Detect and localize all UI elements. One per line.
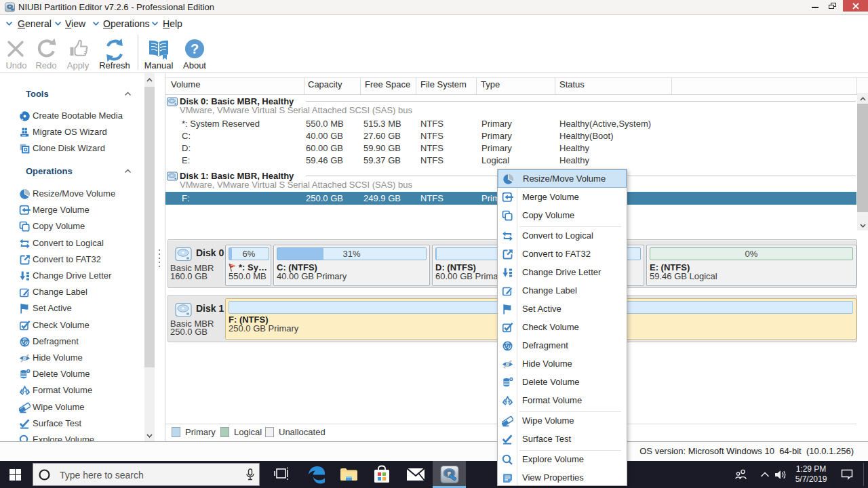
svg-text:?: ? bbox=[191, 41, 199, 56]
